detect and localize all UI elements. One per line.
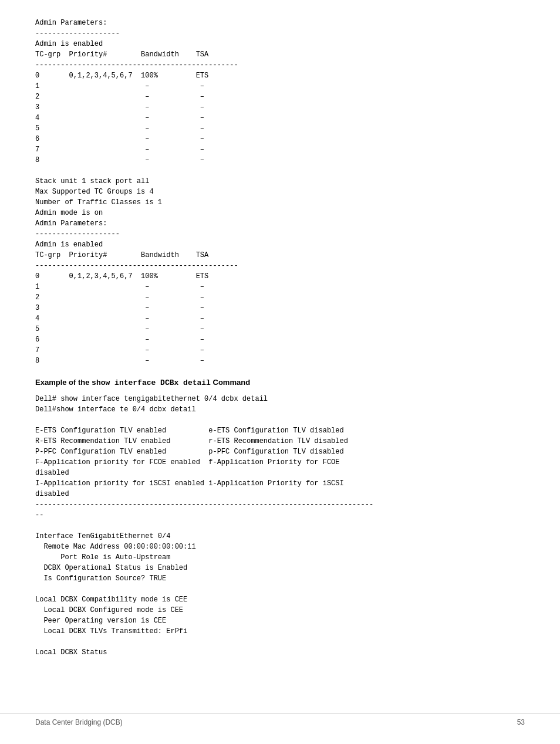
- heading-suffix: Command: [211, 378, 250, 387]
- pre-bottom-content: Dell# show interface tengigabitethernet …: [35, 394, 525, 658]
- heading-command: show interface DCBx detail: [92, 378, 211, 387]
- footer-left: Data Center Bridging (DCB): [35, 718, 123, 726]
- footer-right: 53: [517, 718, 525, 726]
- section-heading: Example of the show interface DCBx detai…: [35, 377, 525, 389]
- heading-prefix: Example of the: [35, 378, 92, 387]
- pre-top-content: Admin Parameters: -------------------- A…: [35, 18, 525, 366]
